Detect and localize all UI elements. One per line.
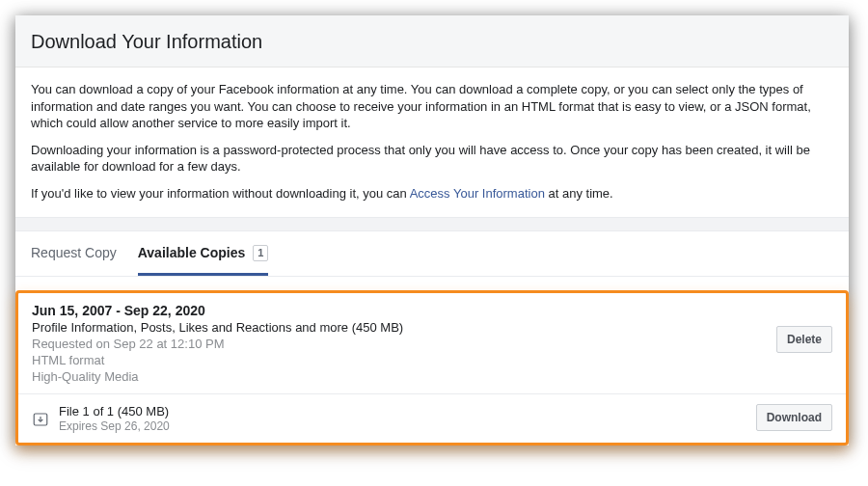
copy-format: HTML format (32, 353, 832, 367)
description-block: You can download a copy of your Facebook… (15, 68, 849, 218)
description-paragraph-3: If you'd like to view your information w… (31, 185, 833, 202)
copy-requested: Requested on Sep 22 at 12:10 PM (32, 337, 832, 351)
description-paragraph-2: Downloading your information is a passwo… (31, 142, 833, 176)
file-info: File 1 of 1 (450 MB) Expires Sep 26, 202… (59, 404, 170, 433)
download-info-panel: Download Your Information You can downlo… (15, 15, 849, 446)
file-expires: Expires Sep 26, 2020 (59, 419, 170, 433)
divider-strip (15, 218, 849, 231)
file-title: File 1 of 1 (450 MB) (59, 404, 170, 418)
copy-card: Jun 15, 2007 - Sep 22, 2020 Profile Info… (18, 293, 846, 394)
tab-available-copies-label: Available Copies (138, 245, 246, 260)
panel-header: Download Your Information (15, 15, 849, 68)
available-copies-count-badge: 1 (253, 245, 268, 261)
p3-suffix: at any time. (545, 186, 613, 201)
access-your-information-link[interactable]: Access Your Information (410, 186, 545, 201)
tab-request-copy[interactable]: Request Copy (31, 231, 117, 276)
p3-prefix: If you'd like to view your information w… (31, 186, 410, 201)
page-title: Download Your Information (31, 31, 833, 53)
file-download-icon (32, 411, 49, 428)
copy-quality: High-Quality Media (32, 369, 832, 384)
download-button[interactable]: Download (756, 404, 832, 431)
tabs-bar: Request Copy Available Copies 1 (15, 231, 849, 277)
tab-available-copies[interactable]: Available Copies 1 (138, 231, 269, 276)
copy-date-range: Jun 15, 2007 - Sep 22, 2020 (32, 303, 832, 318)
copy-summary: Profile Information, Posts, Likes and Re… (32, 320, 832, 335)
delete-button[interactable]: Delete (776, 326, 832, 353)
file-row: File 1 of 1 (450 MB) Expires Sep 26, 202… (18, 394, 846, 443)
available-copies-highlight: Jun 15, 2007 - Sep 22, 2020 Profile Info… (15, 290, 849, 446)
description-paragraph-1: You can download a copy of your Facebook… (31, 81, 833, 132)
